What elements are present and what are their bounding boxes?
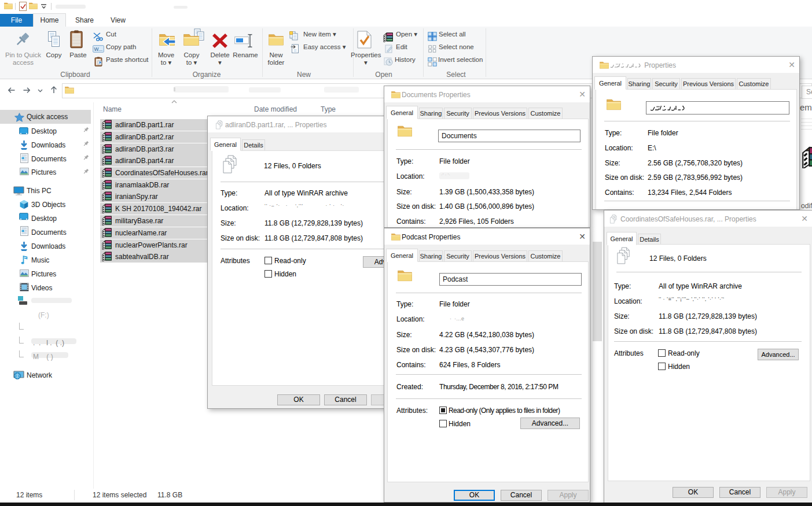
svg-text:W...: W... (94, 46, 103, 52)
